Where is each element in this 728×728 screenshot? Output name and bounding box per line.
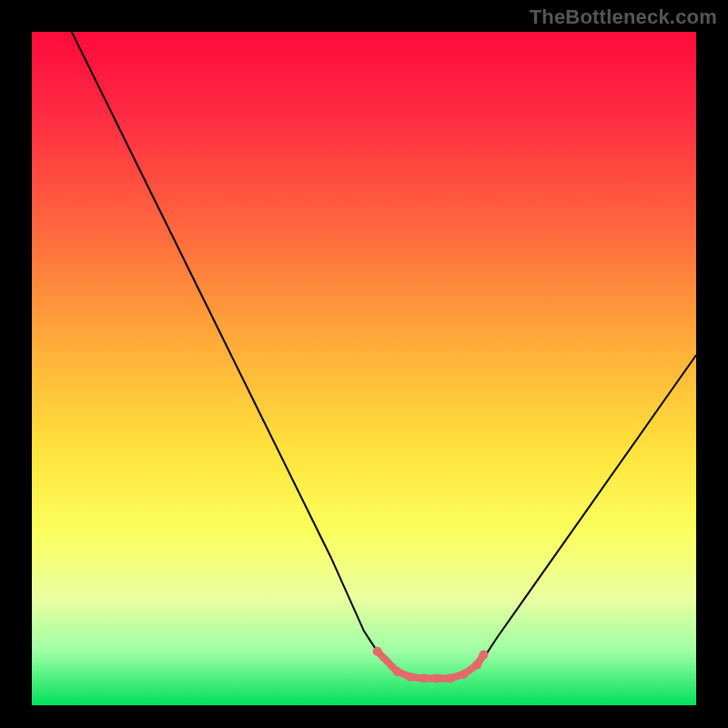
flat-region-dot [393, 667, 402, 676]
flat-region-dot [420, 673, 429, 682]
curve-layer [32, 32, 696, 705]
flat-region-markers [373, 647, 489, 683]
flat-region-dot [373, 647, 382, 656]
flat-region-dot [460, 670, 469, 679]
flat-region-dot [406, 672, 415, 682]
flat-region-dot [472, 661, 481, 670]
flat-region-dot [446, 673, 455, 682]
chart-frame: TheBottleneck.com [0, 0, 728, 728]
plot-area [32, 32, 696, 705]
watermark-text: TheBottleneck.com [530, 5, 717, 29]
flat-region-dot [479, 651, 488, 660]
flat-region-dot [432, 673, 441, 682]
bottleneck-curve [72, 32, 696, 678]
